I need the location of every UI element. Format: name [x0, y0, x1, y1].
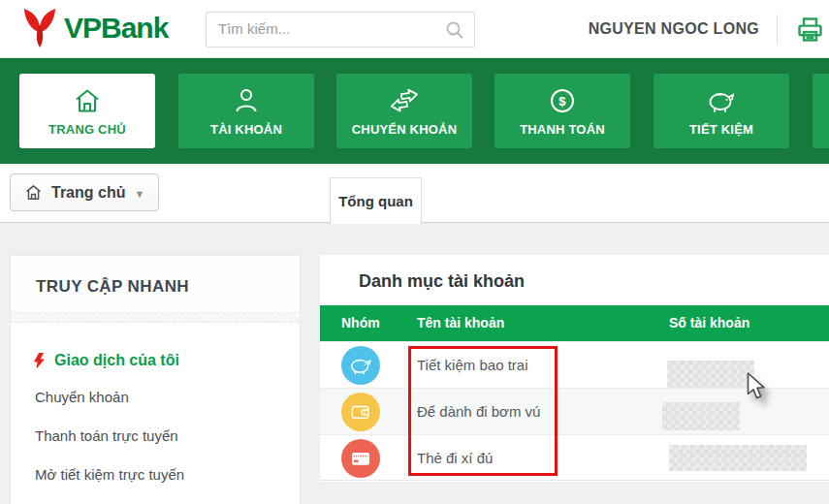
search-input[interactable]: [218, 13, 441, 45]
account-name: Để dành đi bơm vú: [417, 389, 540, 435]
vpbank-flower-icon: [21, 8, 58, 48]
wallet-icon: [341, 393, 380, 431]
nav-tab-accounts[interactable]: TÀI KHOẢN: [178, 74, 314, 148]
nav-tab-label: TIẾT KIỆM: [689, 122, 753, 137]
panel-title: Danh mục tài khoản: [320, 255, 829, 292]
breadcrumb-label: Trang chủ: [51, 184, 125, 202]
piggy-bank-icon: [341, 346, 380, 385]
sidebar-item-open-savings[interactable]: Mở tiết kiệm trực tuyến: [35, 466, 184, 483]
home-icon: [24, 183, 43, 202]
username-label[interactable]: NGUYEN NGOC LONG: [589, 20, 759, 38]
sidebar-item-my-transactions[interactable]: Giao dịch của tôi: [34, 352, 179, 369]
nav-tab-partial[interactable]: [813, 74, 829, 148]
nav-tab-home[interactable]: TRANG CHỦ: [19, 74, 155, 148]
nav-tab-label: CHUYỂN KHOẢN: [352, 122, 458, 137]
breadcrumb[interactable]: Trang chủ ▼: [10, 173, 159, 211]
search-box: [206, 12, 475, 47]
breadcrumb-row: Trang chủ ▼ Tổng quan: [0, 164, 829, 223]
sidebar-item-online-payment[interactable]: Thanh toán trực tuyến: [35, 427, 178, 444]
search-icon[interactable]: [445, 20, 464, 40]
transfer-arrows-icon: [389, 86, 420, 115]
column-header-group: Nhóm: [341, 305, 380, 341]
nav-tab-payments[interactable]: $ THANH TOÁN: [494, 74, 630, 148]
nav-tab-label: TÀI KHOẢN: [210, 122, 282, 137]
tab-overview[interactable]: Tổng quan: [330, 177, 422, 224]
vpbank-homepage: VPBank NGUYEN NGOC LONG: [0, 0, 829, 504]
quick-access-title: TRUY CẬP NHANH: [11, 256, 300, 312]
sidebar-link-label: Chuyển khoản: [35, 389, 129, 405]
sidebar-link-label: Mở tiết kiệm trực tuyến: [35, 466, 184, 483]
credit-card-icon: [341, 439, 380, 478]
account-list-panel: Danh mục tài khoản Nhóm Tên tài khoản Số…: [320, 255, 829, 482]
vpbank-logo[interactable]: VPBank: [21, 8, 168, 48]
nav-tab-label: THANH TOÁN: [520, 122, 605, 137]
dollar-circle-icon: $: [548, 86, 577, 115]
sidebar-item-label: Giao dịch của tôi: [54, 352, 179, 369]
table-header: Nhóm Tên tài khoản Số tài khoản: [320, 305, 829, 341]
content-area: TRUY CẬP NHANH Giao dịch của tôi Chuyển …: [0, 223, 829, 504]
quick-access-panel: TRUY CẬP NHANH Giao dịch của tôi Chuyển …: [10, 255, 301, 504]
sidebar-link-label: Thanh toán trực tuyến: [35, 427, 178, 444]
table-row[interactable]: Thẻ đi xí đú: [320, 434, 829, 481]
redacted-account-number: [669, 445, 807, 471]
top-header: VPBank NGUYEN NGOC LONG: [0, 0, 829, 58]
nav-tab-savings[interactable]: TIẾT KIỆM: [654, 74, 789, 148]
logo-text: VPBank: [64, 12, 168, 45]
piggy-bank-icon: [706, 86, 737, 115]
printer-icon[interactable]: [795, 15, 825, 45]
nav-tab-label: TRANG CHỦ: [48, 122, 126, 137]
user-icon: [232, 86, 261, 115]
sidebar-item-transfer[interactable]: Chuyển khoản: [35, 389, 129, 405]
redacted-account-number: [662, 402, 740, 430]
user-area: NGUYEN NGOC LONG: [589, 0, 829, 58]
mouse-cursor: [747, 372, 772, 403]
svg-text:$: $: [558, 94, 566, 109]
redacted-account-number: [667, 361, 754, 390]
account-name: Tiết kiệm bao trai: [417, 342, 528, 389]
home-icon: [73, 86, 102, 115]
account-name: Thẻ đi xí đú: [417, 435, 493, 482]
main-navigation: TRANG CHỦ TÀI KHOẢN CHUYỂN KHOẢN $ THANH…: [0, 58, 829, 164]
sidebar-divider: [11, 312, 300, 323]
nav-tab-transfer[interactable]: CHUYỂN KHOẢN: [336, 74, 472, 148]
red-bolt-icon: [34, 353, 46, 369]
header-divider: [777, 15, 778, 44]
chevron-down-icon: ▼: [134, 188, 144, 200]
tab-overview-label: Tổng quan: [338, 193, 413, 209]
column-header-account-name: Tên tài khoản: [417, 305, 504, 341]
column-header-account-number: Số tài khoản: [669, 305, 749, 341]
